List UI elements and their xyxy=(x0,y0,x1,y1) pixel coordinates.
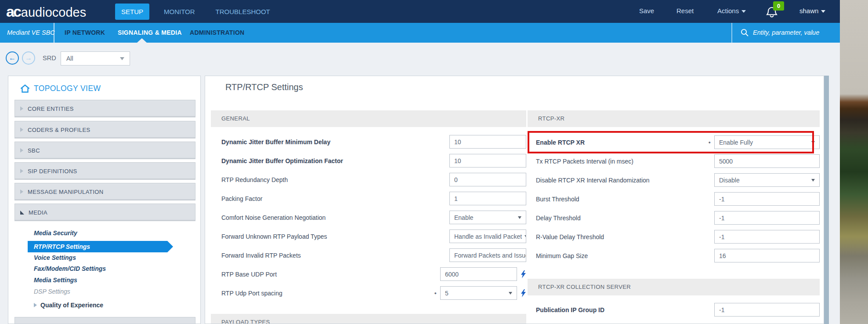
param-row-packing-factor: Packing Factor1 xyxy=(211,192,526,205)
triangle-collapsed-icon xyxy=(20,127,23,132)
modified-dot-icon: ● xyxy=(434,291,437,295)
sidebar-section-label: MESSAGE MANIPULATION xyxy=(28,189,103,195)
param-input[interactable]: -1 xyxy=(714,192,820,206)
param-label: Enable RTCP XR xyxy=(528,139,709,146)
home-icon xyxy=(20,84,30,93)
context-navigation-bar: Mediant VE SBC IP NETWORKSIGNALING & MED… xyxy=(0,23,840,43)
section-header-rtcp-xr: RTCP-XR xyxy=(528,110,820,127)
sidebar-section-label: MEDIA xyxy=(29,209,47,216)
param-row-forward-unknown-rtp-payload-types: Forward Unknown RTP Payload TypesHandle … xyxy=(211,229,526,243)
param-select[interactable]: Disable xyxy=(714,173,820,187)
sidebar-section-core-entities[interactable]: CORE ENTITIES xyxy=(14,100,195,117)
param-row-minimum-gap-size: Minimum Gap Size16 xyxy=(528,249,820,262)
top-tab-monitor[interactable]: MONITOR xyxy=(158,4,201,20)
param-select[interactable]: Enable xyxy=(449,211,526,224)
sidebar-item-rtp-rtcp-settings-selected[interactable]: RTP/RTCP Settings xyxy=(28,241,167,252)
param-row-delay-threshold: Delay Threshold-1 xyxy=(528,211,820,225)
param-label: Dynamic Jitter Buffer Optimization Facto… xyxy=(211,157,449,164)
page-title: RTP/RTCP Settings xyxy=(225,82,303,92)
triangle-collapsed-icon xyxy=(34,303,37,307)
param-label: Forward Unknown RTP Payload Types xyxy=(211,233,449,240)
user-menu-button[interactable]: shawn xyxy=(799,7,825,15)
param-input[interactable]: 10 xyxy=(449,154,526,167)
active-tab-notch xyxy=(137,38,147,43)
main-content-panel: RTP/RTCP Settings GENERAL Dynamic Jitter… xyxy=(205,76,824,324)
field-value: 10 xyxy=(454,138,461,146)
sidebar-section-media[interactable]: MEDIA xyxy=(14,204,195,221)
field-value: Disable xyxy=(719,177,740,184)
param-input[interactable]: 5000 xyxy=(714,154,820,168)
top-tab-setup[interactable]: SETUP xyxy=(115,4,149,20)
param-select[interactable]: 5 xyxy=(440,286,517,300)
navigate-back-button[interactable]: ← xyxy=(6,51,19,65)
section-header-general: GENERAL xyxy=(211,110,526,127)
sidebar-item-fax-modem-cid-settings[interactable]: Fax/Modem/CID Settings xyxy=(34,264,106,273)
sidebar-item-media-settings[interactable]: Media Settings xyxy=(34,275,77,285)
srd-label: SRD xyxy=(43,55,56,62)
top-tab-troubleshoot[interactable]: TROUBLESHOOT xyxy=(210,4,276,20)
chevron-down-icon xyxy=(509,292,512,295)
sidebar-section-label: CODERS & PROFILES xyxy=(28,127,90,133)
triangle-collapsed-icon xyxy=(20,148,23,153)
param-select[interactable]: Handle as Invalid Packet xyxy=(449,229,526,243)
topology-view-label: TOPOLOGY VIEW xyxy=(34,84,101,93)
chevron-down-icon xyxy=(518,216,521,219)
param-label: R-Value Delay Threshold xyxy=(528,233,714,240)
param-label: Disable RTCP XR Interval Randomization xyxy=(528,177,714,184)
sidebar-item-quality-of-experience[interactable]: Quality of Experience xyxy=(34,300,103,310)
topology-view-link[interactable]: TOPOLOGY VIEW xyxy=(20,84,101,93)
param-row-dynamic-jitter-buffer-minimum-delay: Dynamic Jitter Buffer Minimum Delay10 xyxy=(211,135,526,149)
param-row-r-value-delay-threshold: R-Value Delay Threshold-1 xyxy=(528,230,820,244)
param-input[interactable]: 16 xyxy=(714,249,820,262)
sidebar-item-voice-settings[interactable]: Voice Settings xyxy=(34,253,76,262)
nav-tab-signaling-media[interactable]: SIGNALING & MEDIA xyxy=(118,23,182,43)
param-input[interactable]: 0 xyxy=(449,173,526,186)
sidebar-section-message-manipulation[interactable]: MESSAGE MANIPULATION xyxy=(14,183,195,200)
sidebar-section-label: CORE ENTITIES xyxy=(28,106,74,112)
param-input[interactable]: 6000 xyxy=(440,267,517,281)
field-value: Enable xyxy=(454,214,474,221)
sidebar-item-label: Quality of Experience xyxy=(40,300,103,310)
section-header-rtcp-xr-collection-server: RTCP-XR COLLECTION SERVER xyxy=(528,279,820,295)
triangle-collapsed-icon xyxy=(20,169,23,173)
param-row-dynamic-jitter-buffer-optimization-factor: Dynamic Jitter Buffer Optimization Facto… xyxy=(211,154,526,167)
param-select[interactable]: Forward Packets and Issue War xyxy=(449,248,526,262)
nav-tab-ip-network[interactable]: IP NETWORK xyxy=(65,23,105,43)
navigate-forward-button[interactable]: → xyxy=(22,51,35,65)
section-header-payload-types: PAYLOAD TYPES xyxy=(211,314,526,324)
sidebar-section-sip-definitions[interactable]: SIP DEFINITIONS xyxy=(14,162,195,180)
param-input[interactable]: -1 xyxy=(714,230,820,244)
triangle-expanded-icon xyxy=(20,211,24,215)
search-input[interactable]: Entity, parameter, value xyxy=(753,23,819,43)
srd-dropdown[interactable]: All xyxy=(61,51,130,66)
param-input[interactable]: 10 xyxy=(449,135,526,149)
sidebar-section-partial[interactable] xyxy=(14,317,195,324)
save-button[interactable]: Save xyxy=(639,7,654,15)
vertical-scrollbar[interactable] xyxy=(824,76,829,324)
field-value: Handle as Invalid Packet xyxy=(454,233,522,240)
navigation-sidebar: TOPOLOGY VIEW CORE ENTITIESCODERS & PROF… xyxy=(8,76,201,324)
reset-button[interactable]: Reset xyxy=(676,7,694,15)
param-row-forward-invalid-rtp-packets: Forward Invalid RTP PacketsForward Packe… xyxy=(211,248,526,262)
nav-tab-administration[interactable]: ADMINISTRATION xyxy=(190,23,245,43)
param-select[interactable]: Enable Fully xyxy=(714,135,820,149)
field-value: 10 xyxy=(454,157,461,164)
sidebar-section-coders-profiles[interactable]: CODERS & PROFILES xyxy=(14,121,195,138)
sidebar-item-dsp-settings[interactable]: DSP Settings xyxy=(34,287,70,296)
param-row-rtp-redundancy-depth: RTP Redundancy Depth0 xyxy=(211,173,526,186)
param-input[interactable]: -1 xyxy=(714,303,820,317)
chevron-down-icon xyxy=(741,10,746,13)
param-input[interactable]: 1 xyxy=(449,192,526,205)
notification-count-badge: 0 xyxy=(773,1,784,11)
param-label: Dynamic Jitter Buffer Minimum Delay xyxy=(211,138,449,146)
triangle-collapsed-icon xyxy=(20,106,23,111)
sidebar-section-sbc[interactable]: SBC xyxy=(14,142,195,159)
chevron-down-icon xyxy=(120,57,124,60)
actions-menu-button[interactable]: Actions xyxy=(717,7,746,15)
sidebar-item-media-security[interactable]: Media Security xyxy=(34,228,77,238)
param-row-enable-rtcp-xr: Enable RTCP XR●Enable Fully xyxy=(528,135,820,149)
logo-wordmark: audiocodes xyxy=(21,5,86,20)
divider xyxy=(54,23,54,43)
param-input[interactable]: -1 xyxy=(714,211,820,225)
param-row-tx-rtcp-packets-interval-in-msec: Tx RTCP Packets Interval (in msec)5000 xyxy=(528,154,820,168)
